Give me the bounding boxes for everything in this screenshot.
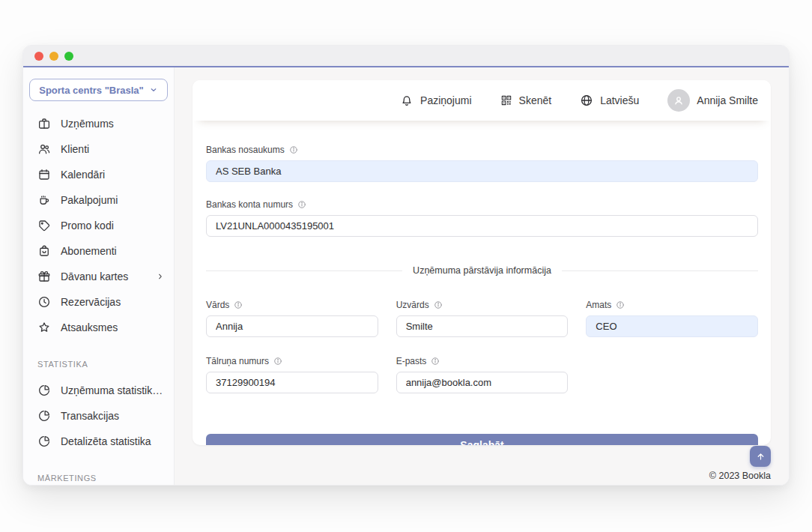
- sidebar-item-atsauksmes[interactable]: Atsauksmes: [23, 315, 174, 340]
- sidebar-item-detalizeta-statistika[interactable]: Detalizēta statistika: [23, 429, 174, 454]
- info-icon[interactable]: [289, 145, 298, 154]
- sidebar-item-promo-kodi[interactable]: Promo kodi: [23, 213, 174, 238]
- position-label: Amats: [586, 300, 758, 310]
- first-name-label: Vārds: [206, 300, 378, 310]
- zoom-window-button[interactable]: [64, 52, 73, 61]
- sidebar-item-label: Pakalpojumi: [61, 194, 118, 206]
- pie-chart-icon: [37, 384, 51, 397]
- section-title: Uzņēmuma pārstāvija informācija: [413, 265, 551, 276]
- sidebar-item-davanu-kartes[interactable]: Dāvanu kartes: [23, 264, 174, 289]
- tag-icon: [37, 219, 51, 232]
- sidebar: Sporta centrs "Brasla" Uzņēmums Klienti …: [23, 67, 175, 485]
- sidebar-item-label: Atsauksmes: [61, 321, 118, 333]
- sidebar-item-label: Rezervācijas: [61, 296, 121, 308]
- bank-account-group: Bankas konta numurs: [206, 199, 758, 237]
- calendar-icon: [37, 168, 51, 181]
- globe-icon: [580, 94, 593, 107]
- bank-name-label: Bankas nosaukums: [206, 145, 758, 155]
- pie-chart-icon: [37, 409, 51, 423]
- first-name-group: Vārds: [206, 300, 378, 337]
- scroll-to-top-button[interactable]: [750, 446, 771, 467]
- users-icon: [37, 142, 51, 156]
- close-window-button[interactable]: [34, 52, 43, 61]
- language-label: Latviešu: [600, 94, 639, 106]
- representative-row-1: Vārds Uzvārds: [206, 300, 758, 337]
- card-footer-area: © 2023 Bookla: [175, 445, 789, 481]
- position-group: Amats: [586, 300, 758, 337]
- info-icon[interactable]: [434, 300, 443, 309]
- clock-icon: [37, 295, 51, 309]
- briefcase-icon: [37, 117, 51, 130]
- bank-name-group: Bankas nosaukums: [206, 145, 758, 182]
- sidebar-item-pakalpojumi[interactable]: Pakalpojumi: [23, 187, 174, 213]
- sidebar-item-label: Transakcijas: [61, 410, 119, 422]
- sidebar-item-label: Uzņēmuma statistik…: [61, 384, 163, 396]
- bank-account-label: Bankas konta numurs: [206, 199, 758, 210]
- user-name: Annija Smilte: [697, 94, 758, 106]
- minimize-window-button[interactable]: [49, 52, 58, 61]
- sidebar-item-klienti[interactable]: Klienti: [23, 136, 174, 162]
- sidebar-section-statistika: STATISTIKA: [37, 360, 174, 369]
- settings-form: Bankas nosaukums Bankas konta numurs: [193, 121, 771, 445]
- qr-code-icon: [500, 94, 512, 106]
- language-selector[interactable]: Latviešu: [580, 94, 639, 107]
- workspace-selector[interactable]: Sporta centrs "Brasla": [29, 79, 168, 101]
- email-label: E-pasts: [396, 356, 569, 366]
- window-titlebar: [23, 46, 789, 67]
- sidebar-item-label: Detalizēta statistika: [61, 435, 151, 447]
- bell-icon: [400, 94, 413, 107]
- phone-input[interactable]: [206, 372, 378, 393]
- last-name-input[interactable]: [396, 315, 569, 337]
- bank-account-input[interactable]: [206, 215, 758, 237]
- section-divider: Uzņēmuma pārstāvija informācija: [206, 265, 758, 276]
- card-header: Paziņojumi Skenēt Latviešu A: [193, 80, 771, 121]
- gift-icon: [37, 270, 51, 283]
- sidebar-item-uznemuma-statistika[interactable]: Uzņēmuma statistik…: [23, 378, 174, 403]
- info-icon[interactable]: [297, 200, 306, 209]
- copyright-text: © 2023 Bookla: [709, 471, 771, 481]
- sidebar-section-marketings: MĀRKETINGS: [37, 474, 174, 483]
- person-icon: [672, 94, 685, 107]
- sidebar-item-kalendari[interactable]: Kalendāri: [23, 162, 174, 187]
- content-card: Paziņojumi Skenēt Latviešu A: [193, 80, 771, 445]
- scan-label: Skenēt: [519, 94, 552, 106]
- chevron-right-icon: [156, 272, 165, 281]
- sidebar-item-label: Abonementi: [61, 245, 117, 257]
- notifications-label: Paziņojumi: [420, 94, 471, 106]
- app-window: Sporta centrs "Brasla" Uzņēmums Klienti …: [22, 45, 790, 486]
- sidebar-item-label: Klienti: [61, 143, 89, 155]
- last-name-group: Uzvārds: [396, 300, 569, 337]
- scan-button[interactable]: Skenēt: [500, 94, 552, 106]
- bag-icon: [37, 244, 51, 258]
- save-button[interactable]: Saglabāt: [206, 434, 758, 445]
- sidebar-item-transakcijas[interactable]: Transakcijas: [23, 403, 174, 429]
- sidebar-item-label: Promo kodi: [61, 220, 114, 232]
- arrow-up-icon: [756, 452, 766, 462]
- phone-group: Tālruņa numurs: [206, 356, 378, 393]
- info-icon[interactable]: [234, 300, 243, 309]
- representative-row-2: Tālruņa numurs E-pasts: [206, 356, 758, 393]
- bank-name-input[interactable]: [206, 160, 758, 182]
- sidebar-item-rezervacijas[interactable]: Rezervācijas: [23, 289, 174, 315]
- email-input[interactable]: [396, 372, 569, 393]
- notifications-button[interactable]: Paziņojumi: [400, 94, 471, 107]
- workspace-selector-label: Sporta centrs "Brasla": [39, 85, 144, 96]
- position-input[interactable]: [586, 315, 758, 337]
- phone-label: Tālruņa numurs: [206, 356, 378, 366]
- sidebar-item-label: Uzņēmums: [61, 118, 114, 130]
- user-menu[interactable]: Annija Smilte: [667, 89, 758, 112]
- email-group: E-pasts: [396, 356, 569, 393]
- pie-chart-icon: [37, 435, 51, 448]
- last-name-label: Uzvārds: [396, 300, 569, 310]
- sidebar-item-uznemums[interactable]: Uzņēmums: [23, 111, 174, 136]
- info-icon[interactable]: [273, 357, 282, 366]
- coffee-cup-icon: [37, 193, 51, 207]
- first-name-input[interactable]: [206, 315, 378, 337]
- chevron-down-icon: [149, 85, 158, 94]
- info-icon[interactable]: [616, 300, 625, 309]
- sidebar-item-abonementi[interactable]: Abonementi: [23, 238, 174, 264]
- avatar: [667, 89, 690, 112]
- sidebar-item-label: Kalendāri: [61, 169, 105, 181]
- info-icon[interactable]: [431, 357, 440, 366]
- sidebar-nav: Uzņēmums Klienti Kalendāri Pakalpojumi P: [23, 111, 174, 483]
